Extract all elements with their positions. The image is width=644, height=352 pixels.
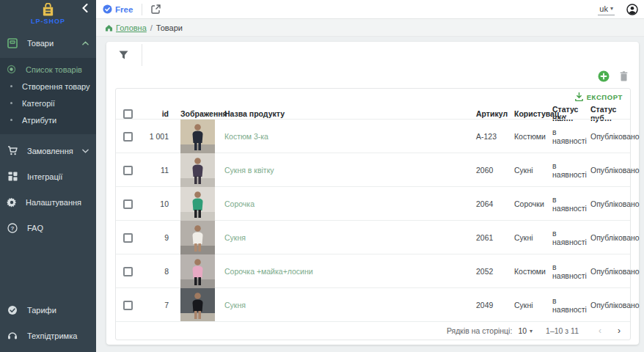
sidebar-subitem-label: Атрибути <box>22 116 56 125</box>
table-row: 10 Сорочка 2064 Сорочки в наявності Опуб… <box>116 186 630 220</box>
sidebar-item-faq[interactable]: ? FAQ <box>0 219 96 237</box>
sidebar-item-label: Товари <box>27 39 73 48</box>
svg-text:?: ? <box>11 225 15 232</box>
sidebar-subitem-create-product[interactable]: Створення товару <box>0 78 96 95</box>
language-select[interactable]: uk ▾ <box>598 4 615 15</box>
products-submenu: Список товарів Створення товару Категорі… <box>0 58 96 134</box>
product-link[interactable]: Сорочка <box>224 199 255 208</box>
sidebar-subitem-label: Список товарів <box>26 65 82 74</box>
product-id: 11 <box>142 166 170 175</box>
sidebar-subitem-label: Створення товару <box>22 82 90 91</box>
sidebar-footer: Тарифи Техпідтримка <box>0 301 96 352</box>
sidebar-subitem-product-list[interactable]: Список товарів <box>0 61 96 78</box>
chevron-down-icon <box>82 149 89 153</box>
row-checkbox[interactable] <box>123 301 133 310</box>
sidebar-item-label: Тарифи <box>27 306 89 315</box>
select-all-checkbox[interactable] <box>123 109 133 119</box>
row-checkbox[interactable] <box>123 166 133 175</box>
product-publication-status: Опубліковано <box>590 132 624 141</box>
row-checkbox[interactable] <box>123 267 133 276</box>
table-actions <box>106 68 639 84</box>
sidebar-item-integrations[interactable]: Інтеграції <box>0 167 96 186</box>
filter-bar <box>106 42 639 68</box>
bullet-icon <box>10 85 12 87</box>
breadcrumb-separator: / <box>150 23 153 32</box>
table-row: 7 Сукня 2049 Сукні в наявності Опубліков… <box>116 287 630 321</box>
export-button[interactable]: ЕКСПОРТ <box>575 92 623 101</box>
product-availability-status: в наявності <box>552 263 590 280</box>
table-row: 1 001 Костюм 3-ка A-123 Костюми в наявно… <box>116 119 630 153</box>
help-circle-icon: ? <box>7 223 18 233</box>
column-header-id: id <box>142 109 170 118</box>
sidebar-item-label: Налаштування <box>26 198 81 207</box>
product-thumbnail <box>180 187 215 221</box>
content-area: ЕКСПОРТ id Зображення Назва продукту Арт… <box>96 37 644 352</box>
product-link[interactable]: Сукня в квітку <box>224 166 274 175</box>
sidebar-collapse-button[interactable] <box>78 2 90 14</box>
export-row: ЕКСПОРТ <box>116 89 630 105</box>
next-page-button[interactable]: › <box>612 326 626 336</box>
product-publication-status: Опубліковано <box>590 233 624 242</box>
add-product-button[interactable] <box>598 70 610 82</box>
plan-badge[interactable]: Free <box>103 4 133 14</box>
trash-icon <box>620 71 628 81</box>
table-row: 8 Сорочка +майка+лосини 2052 Костюми в н… <box>116 254 630 287</box>
sidebar-item-products[interactable]: Товари <box>0 34 96 52</box>
grid-icon <box>7 172 18 181</box>
product-sku: 2052 <box>476 267 514 276</box>
sidebar-subitem-categories[interactable]: Категорії <box>0 95 96 111</box>
sidebar-item-settings[interactable]: Налаштування <box>0 193 96 211</box>
product-id: 10 <box>142 199 170 208</box>
sidebar-item-tariffs[interactable]: Тарифи <box>0 301 96 319</box>
product-publication-status: Опубліковано <box>590 267 624 276</box>
account-circle-icon <box>626 4 638 15</box>
logo-text: LP-SHOP <box>31 18 65 25</box>
open-storefront-button[interactable] <box>151 4 161 14</box>
product-availability-status: в наявності <box>552 128 590 145</box>
delete-selected-button[interactable] <box>620 71 628 81</box>
sidebar-item-label: FAQ <box>27 224 89 232</box>
rows-per-page-value: 10 <box>518 326 527 335</box>
verified-check-icon <box>103 4 112 14</box>
main-area: Free uk ▾ <box>96 0 644 352</box>
gear-icon <box>7 197 17 208</box>
product-link[interactable]: Сорочка +майка+лосини <box>224 267 313 276</box>
sidebar-item-orders[interactable]: Замовлення <box>0 142 96 160</box>
caret-down-icon: ▾ <box>530 328 533 334</box>
radio-selected-icon <box>7 65 16 74</box>
product-availability-status: в наявності <box>552 296 590 314</box>
row-checkbox[interactable] <box>123 233 133 243</box>
product-publication-status: Опубліковано <box>590 301 624 309</box>
product-link[interactable]: Костюм 3-ка <box>224 132 268 141</box>
open-in-new-icon <box>151 4 161 14</box>
breadcrumb-home-link[interactable]: Головна <box>105 23 147 32</box>
bullet-icon <box>10 119 12 121</box>
row-checkbox[interactable] <box>123 132 133 142</box>
breadcrumb: Головна / Товари <box>96 19 644 37</box>
topbar-divider <box>142 4 142 15</box>
account-menu-button[interactable] <box>626 4 638 15</box>
sidebar: LP-SHOP Товари Список товарів <box>0 0 96 352</box>
chevron-up-icon <box>82 41 89 45</box>
product-link[interactable]: Сукня <box>224 301 246 309</box>
product-sku: 2061 <box>476 233 514 242</box>
previous-page-button[interactable]: ‹ <box>593 326 607 336</box>
topbar-right: uk ▾ <box>598 4 638 15</box>
product-custom-category: Сукні <box>514 166 552 175</box>
rows-per-page-select[interactable]: 10 ▾ <box>518 326 533 335</box>
sidebar-item-label: Техпідтримка <box>27 331 89 340</box>
download-icon <box>575 92 583 101</box>
sidebar-subitem-attributes[interactable]: Атрибути <box>0 111 96 128</box>
product-id: 9 <box>142 233 170 242</box>
column-header-name: Назва продукту <box>217 109 476 118</box>
export-label: ЕКСПОРТ <box>587 93 623 101</box>
product-link[interactable]: Сукня <box>224 233 246 242</box>
sidebar-item-label: Інтеграції <box>27 172 89 181</box>
language-value: uk <box>599 4 608 13</box>
product-sku: 2064 <box>476 199 514 208</box>
sidebar-item-support[interactable]: Техпідтримка <box>0 326 96 345</box>
filter-button[interactable] <box>119 51 128 59</box>
row-checkbox[interactable] <box>123 199 133 209</box>
product-sku: A-123 <box>476 132 514 141</box>
column-header-image: Зображення <box>170 109 217 118</box>
